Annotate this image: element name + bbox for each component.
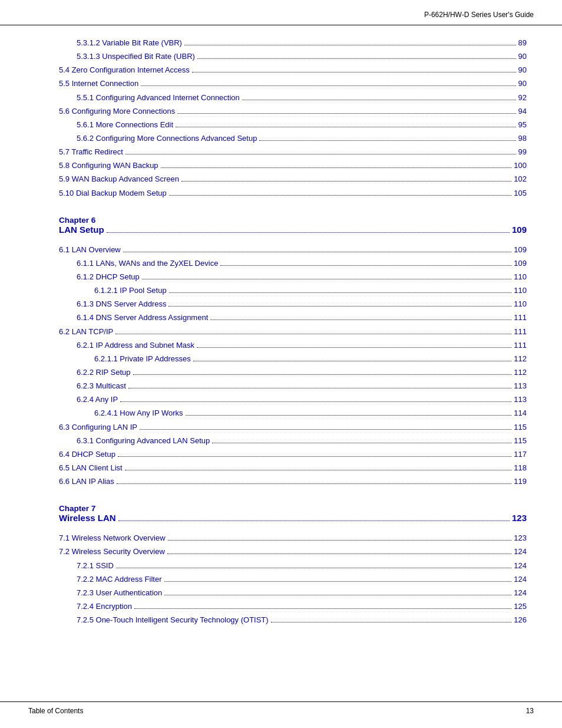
toc-entry: 7.2.1 SSID124: [59, 560, 527, 572]
toc-entry: 6.2.4 Any IP113: [59, 394, 527, 406]
toc-entry: 6.1.2 DHCP Setup110: [59, 271, 527, 283]
toc-entry-text: 5.7 Traffic Redirect: [59, 146, 123, 158]
toc-dots: [186, 415, 512, 416]
toc-page-num: 114: [514, 407, 527, 419]
toc-dots: [164, 581, 512, 582]
toc-entry-text: 6.2 LAN TCP/IP: [59, 326, 113, 338]
toc-page-num: 124: [514, 587, 527, 599]
toc-entry-text: 7.2.1 SSID: [77, 560, 114, 572]
toc-entry: 6.2.3 Multicast113: [59, 380, 527, 392]
toc-dots: [271, 622, 512, 622]
chapters-container: Chapter 6LAN Setup1096.1 LAN Overview109…: [59, 216, 527, 627]
toc-page-num: 95: [518, 119, 527, 131]
toc-entry: 5.10 Dial Backup Modem Setup105: [59, 187, 527, 199]
chapter-title-page: 123: [512, 513, 527, 523]
toc-dots: [128, 388, 511, 388]
toc-entry: 6.1.4 DNS Server Address Assignment111: [59, 312, 527, 324]
toc-dots: [168, 540, 512, 541]
toc-page-num: 112: [514, 367, 527, 378]
toc-entry-text: 6.1.4 DNS Server Address Assignment: [77, 312, 208, 324]
toc-page-num: 111: [514, 312, 527, 324]
toc-dots: [167, 554, 511, 554]
toc-entry-text: 6.2.2 RIP Setup: [77, 367, 131, 378]
toc-entry-text: 7.2.3 User Authentication: [77, 587, 162, 599]
toc-entry: 5.7 Traffic Redirect99: [59, 146, 527, 158]
toc-entry: 5.9 WAN Backup Advanced Screen102: [59, 173, 527, 185]
toc-entry-text: 6.1 LAN Overview: [59, 244, 121, 256]
toc-entry: 6.6 LAN IP Alias119: [59, 476, 527, 487]
toc-dots: [177, 113, 515, 114]
toc-page-num: 105: [514, 187, 527, 199]
toc-page-num: 90: [518, 64, 527, 76]
toc-entry-text: 5.5 Internet Connection: [59, 78, 138, 90]
chapter-title-dots: [107, 232, 510, 233]
toc-dots: [169, 292, 512, 293]
toc-entry-text: 7.2.2 MAC Address Filter: [77, 574, 162, 585]
toc-dots: [161, 167, 512, 168]
toc-entry: 7.2.5 One-Touch Intelligent Security Tec…: [59, 614, 527, 626]
toc-entry: 7.1 Wireless Network Overview123: [59, 532, 527, 544]
toc-entry-text: 5.4 Zero Configuration Internet Access: [59, 64, 190, 76]
toc-entry: 5.3.1.3 Unspecified Bit Rate (UBR)90: [59, 51, 527, 62]
toc-page-num: 113: [514, 394, 527, 406]
toc-entry: 7.2 Wireless Security Overview124: [59, 546, 527, 558]
toc-page-num: 98: [518, 133, 527, 144]
initial-toc-entries: 5.3.1.2 Variable Bit Rate (VBR)895.3.1.3…: [59, 37, 527, 199]
toc-dots: [242, 100, 516, 100]
toc-entry-text: 6.3 Configuring LAN IP: [59, 421, 137, 433]
toc-entry-text: 6.1.1 LANs, WANs and the ZyXEL Device: [77, 258, 218, 269]
toc-entry: 6.2.4.1 How Any IP Works114: [59, 407, 527, 419]
footer-left: Table of Contents: [28, 707, 83, 715]
footer-right: 13: [526, 707, 534, 715]
toc-page-num: 94: [518, 106, 527, 117]
toc-page-num: 119: [514, 476, 527, 487]
toc-page-num: 125: [514, 601, 527, 612]
toc-page-num: 113: [514, 380, 527, 392]
toc-entry: 5.6.2 Configuring More Connections Advan…: [59, 133, 527, 144]
toc-dots: [125, 470, 512, 470]
toc-entry: 6.2.1.1 Private IP Addresses112: [59, 353, 527, 365]
toc-dots: [168, 306, 511, 307]
chapter-heading: Chapter 6LAN Setup109: [59, 216, 527, 235]
toc-entry-text: 5.3.1.2 Variable Bit Rate (VBR): [77, 37, 182, 49]
toc-entry: 5.5 Internet Connection90: [59, 78, 527, 90]
toc-entry: 5.5.1 Configuring Advanced Internet Conn…: [59, 92, 527, 104]
toc-entry-text: 6.6 LAN IP Alias: [59, 476, 114, 487]
toc-page-num: 115: [514, 421, 527, 433]
toc-dots: [210, 319, 511, 320]
toc-entry-text: 5.6.1 More Connections Edit: [77, 119, 173, 131]
toc-entry-text: 6.2.4.1 How Any IP Works: [94, 407, 183, 419]
toc-entry: 6.5 LAN Client List118: [59, 462, 527, 474]
toc-page-num: 112: [514, 353, 527, 365]
toc-entry: 6.1 LAN Overview109: [59, 244, 527, 256]
toc-page-num: 110: [514, 285, 527, 297]
toc-entry: 5.6.1 More Connections Edit95: [59, 119, 527, 131]
chapter-title-page: 109: [512, 225, 527, 235]
toc-dots: [142, 279, 512, 279]
toc-content: 5.3.1.2 Variable Bit Rate (VBR)895.3.1.3…: [0, 25, 562, 647]
toc-page-num: 90: [518, 51, 527, 62]
toc-dots: [192, 72, 516, 73]
toc-page-num: 92: [518, 92, 527, 104]
toc-dots: [212, 443, 511, 443]
toc-entry: 6.3.1 Configuring Advanced LAN Setup115: [59, 435, 527, 447]
toc-page-num: 110: [514, 298, 527, 310]
toc-page-num: 99: [518, 146, 527, 158]
toc-entry-text: 7.2.4 Encryption: [77, 601, 132, 612]
header-title: P-662H/HW-D Series User's Guide: [424, 11, 534, 19]
toc-page-num: 110: [514, 271, 527, 283]
toc-dots: [176, 127, 515, 127]
page-header: P-662H/HW-D Series User's Guide: [0, 0, 562, 25]
toc-dots: [140, 429, 511, 430]
toc-page-num: 90: [518, 78, 527, 90]
toc-entry-text: 7.2.5 One-Touch Intelligent Security Tec…: [77, 614, 269, 626]
toc-dots: [134, 608, 511, 609]
toc-dots: [141, 85, 515, 86]
toc-dots: [123, 252, 512, 252]
toc-page-num: 123: [514, 532, 527, 544]
toc-entry-text: 5.5.1 Configuring Advanced Internet Conn…: [77, 92, 240, 104]
chapter-label: Chapter 7: [59, 504, 527, 513]
page: P-662H/HW-D Series User's Guide 5.3.1.2 …: [0, 0, 562, 728]
toc-dots: [197, 58, 516, 59]
toc-entry: 6.1.1 LANs, WANs and the ZyXEL Device109: [59, 258, 527, 269]
